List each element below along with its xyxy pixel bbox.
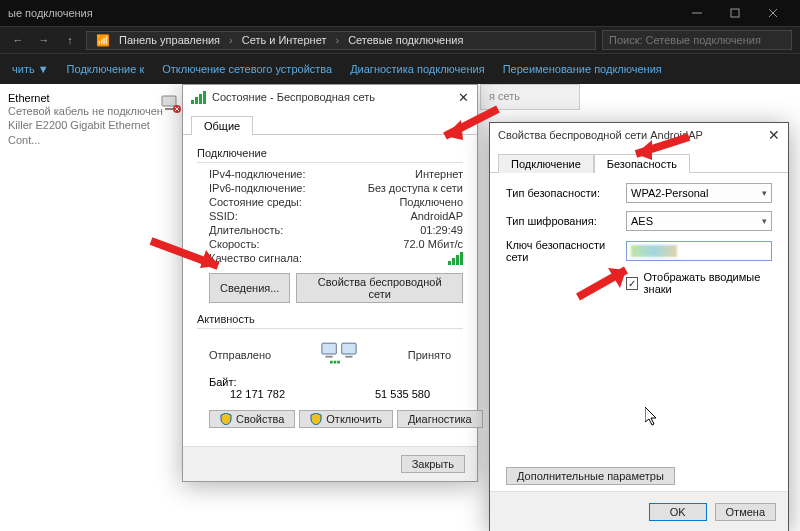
ethernet-item[interactable]: Ethernet Сетевой кабель не подключен Kil… (8, 92, 183, 147)
close-button[interactable] (754, 0, 792, 26)
ethernet-status: Сетевой кабель не подключен (8, 104, 183, 118)
props-close-button[interactable]: ✕ (768, 127, 780, 143)
status-close-button[interactable]: ✕ (458, 90, 469, 105)
up-button[interactable]: ↑ (60, 34, 80, 46)
arrow-annotation-2 (433, 104, 503, 146)
close-status-button[interactable]: Закрыть (401, 455, 465, 473)
forward-button[interactable]: → (34, 34, 54, 46)
cursor-icon (645, 407, 659, 427)
cancel-button[interactable]: Отмена (715, 503, 776, 521)
maximize-button[interactable] (716, 0, 754, 26)
diagnose[interactable]: Диагностика подключения (350, 63, 484, 75)
signal-icon (191, 91, 206, 104)
breadcrumb[interactable]: 📶 Панель управления› Сеть и Интернет› Се… (86, 31, 596, 50)
ethernet-name: Ethernet (8, 92, 183, 104)
connection-group: Подключение (197, 147, 463, 159)
activity-group: Активность (197, 313, 463, 325)
arrow-annotation-4 (570, 262, 640, 302)
encryption-label: Тип шифрования: (506, 215, 626, 227)
arrow-annotation-1 (146, 236, 232, 276)
wireless-properties-dialog: Свойства беспроводной сети AndroidAP ✕ П… (489, 122, 789, 531)
address-bar: ← → ↑ 📶 Панель управления› Сеть и Интерн… (0, 26, 800, 54)
show-characters-label: Отображать вводимые знаки (644, 271, 772, 295)
crumb-root[interactable]: Панель управления (116, 34, 223, 46)
connection-grid: IPv4-подключение:Интернет IPv6-подключен… (197, 168, 463, 267)
svg-rect-2 (165, 108, 173, 110)
organize-menu[interactable]: чить ▼ (12, 63, 49, 75)
svg-rect-7 (346, 356, 353, 358)
quality-bars-icon (448, 252, 463, 265)
svg-rect-6 (326, 356, 333, 358)
tab-general[interactable]: Общие (191, 116, 253, 135)
crumb-l2[interactable]: Сетевые подключения (345, 34, 466, 46)
window-title: ые подключения (8, 7, 678, 19)
diagnose-button[interactable]: Диагностика (397, 410, 483, 428)
rename-connection[interactable]: Переименование подключения (503, 63, 662, 75)
svg-rect-1 (162, 96, 176, 106)
ok-button[interactable]: OK (649, 503, 707, 521)
connect-to[interactable]: Подключение к (67, 63, 145, 75)
details-button[interactable]: Сведения... (209, 273, 290, 303)
svg-rect-0 (731, 9, 739, 17)
back-button[interactable]: ← (8, 34, 28, 46)
disable-device[interactable]: Отключение сетевого устройства (162, 63, 332, 75)
bytes-sent: 12 171 782 (209, 388, 306, 400)
status-dialog-title: Состояние - Беспроводная сеть (212, 91, 452, 103)
security-key-label: Ключ безопасности сети (506, 239, 626, 263)
main-area: Ethernet Сетевой кабель не подключен Kil… (0, 84, 800, 531)
status-pane: Подключение IPv4-подключение:Интернет IP… (183, 135, 477, 446)
ethernet-icon (160, 92, 182, 114)
security-type-label: Тип безопасности: (506, 187, 626, 199)
svg-rect-5 (342, 343, 356, 354)
crumb-l1[interactable]: Сеть и Интернет (239, 34, 330, 46)
computers-icon (315, 340, 363, 370)
svg-rect-4 (322, 343, 336, 354)
minimize-button[interactable] (678, 0, 716, 26)
bytes-received: 51 535 580 (354, 388, 451, 400)
search-input[interactable] (602, 30, 792, 50)
wireless-properties-button[interactable]: Свойства беспроводной сети (296, 273, 463, 303)
advanced-params-button[interactable]: Дополнительные параметры (506, 467, 675, 485)
security-key-input[interactable] (626, 241, 772, 261)
ethernet-adapter: Killer E2200 Gigabit Ethernet Cont... (8, 118, 183, 147)
window-titlebar: ые подключения (0, 0, 800, 26)
command-toolbar: чить ▼ Подключение к Отключение сетевого… (0, 54, 800, 84)
arrow-annotation-3 (624, 132, 694, 162)
properties-button[interactable]: Свойства (209, 410, 295, 428)
encryption-select[interactable]: AES▾ (626, 211, 772, 231)
tab-connection[interactable]: Подключение (498, 154, 594, 173)
disable-button[interactable]: Отключить (299, 410, 393, 428)
security-type-select[interactable]: WPA2-Personal▾ (626, 183, 772, 203)
folder-icon: 📶 (93, 34, 113, 47)
